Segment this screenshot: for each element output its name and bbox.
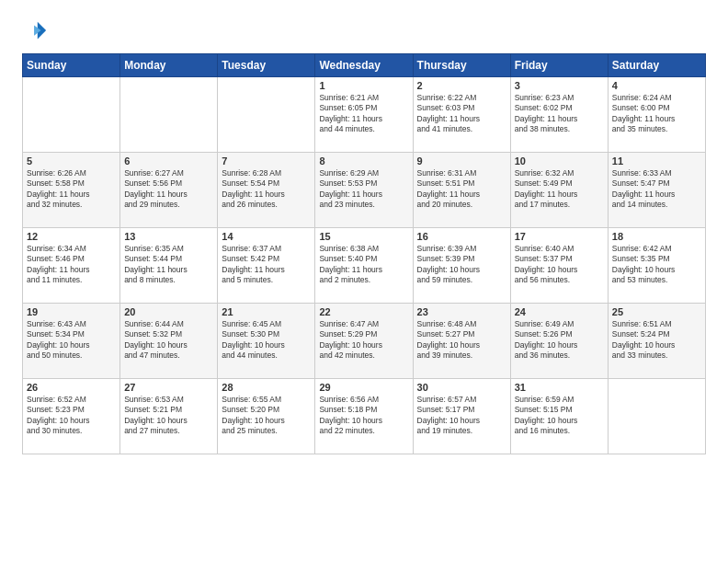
page: SundayMondayTuesdayWednesdayThursdayFrid…: [0, 0, 728, 563]
day-cell: 11Sunrise: 6:33 AM Sunset: 5:47 PM Dayli…: [608, 153, 705, 228]
day-cell: 9Sunrise: 6:31 AM Sunset: 5:51 PM Daylig…: [413, 153, 510, 228]
day-cell: 1Sunrise: 6:21 AM Sunset: 6:05 PM Daylig…: [315, 77, 413, 153]
day-cell: 25Sunrise: 6:51 AM Sunset: 5:24 PM Dayli…: [608, 304, 705, 379]
day-cell: 4Sunrise: 6:24 AM Sunset: 6:00 PM Daylig…: [608, 77, 705, 153]
day-number: 9: [417, 155, 506, 167]
day-cell: 13Sunrise: 6:35 AM Sunset: 5:44 PM Dayli…: [120, 228, 218, 304]
day-info: Sunrise: 6:51 AM Sunset: 5:24 PM Dayligh…: [612, 319, 701, 362]
day-cell: 18Sunrise: 6:42 AM Sunset: 5:35 PM Dayli…: [608, 228, 705, 304]
day-info: Sunrise: 6:32 AM Sunset: 5:49 PM Dayligh…: [515, 168, 604, 211]
day-number: 6: [124, 155, 213, 167]
day-number: 14: [222, 231, 311, 242]
weekday-header-wednesday: Wednesday: [315, 54, 413, 77]
day-cell: 23Sunrise: 6:48 AM Sunset: 5:27 PM Dayli…: [413, 304, 510, 379]
day-cell: 7Sunrise: 6:28 AM Sunset: 5:54 PM Daylig…: [218, 153, 315, 228]
day-cell: 2Sunrise: 6:22 AM Sunset: 6:03 PM Daylig…: [413, 77, 510, 153]
day-number: 25: [612, 306, 701, 317]
day-cell: 19Sunrise: 6:43 AM Sunset: 5:34 PM Dayli…: [23, 304, 120, 379]
day-cell: 22Sunrise: 6:47 AM Sunset: 5:29 PM Dayli…: [315, 304, 413, 379]
day-number: 11: [612, 155, 701, 167]
day-info: Sunrise: 6:42 AM Sunset: 5:35 PM Dayligh…: [612, 244, 701, 286]
day-info: Sunrise: 6:56 AM Sunset: 5:18 PM Dayligh…: [319, 395, 408, 437]
day-info: Sunrise: 6:57 AM Sunset: 5:17 PM Dayligh…: [417, 395, 506, 437]
day-cell: 16Sunrise: 6:39 AM Sunset: 5:39 PM Dayli…: [413, 228, 510, 304]
weekday-header-row: SundayMondayTuesdayWednesdayThursdayFrid…: [23, 54, 706, 77]
day-number: 16: [417, 231, 506, 242]
day-cell: [120, 77, 218, 153]
day-number: 3: [515, 80, 604, 91]
day-cell: [23, 77, 120, 153]
day-cell: 24Sunrise: 6:49 AM Sunset: 5:26 PM Dayli…: [510, 304, 608, 379]
day-info: Sunrise: 6:26 AM Sunset: 5:58 PM Dayligh…: [27, 168, 116, 211]
day-cell: 31Sunrise: 6:59 AM Sunset: 5:15 PM Dayli…: [510, 379, 608, 454]
day-info: Sunrise: 6:43 AM Sunset: 5:34 PM Dayligh…: [27, 319, 116, 362]
day-number: 21: [222, 306, 311, 317]
logo-icon: [22, 18, 48, 44]
day-number: 20: [124, 306, 213, 317]
day-cell: 30Sunrise: 6:57 AM Sunset: 5:17 PM Dayli…: [413, 379, 510, 454]
weekday-header-monday: Monday: [120, 54, 218, 77]
day-number: 1: [319, 80, 408, 91]
weekday-header-thursday: Thursday: [413, 54, 510, 77]
day-number: 7: [222, 155, 311, 167]
day-info: Sunrise: 6:34 AM Sunset: 5:46 PM Dayligh…: [27, 244, 116, 286]
week-row-1: 1Sunrise: 6:21 AM Sunset: 6:05 PM Daylig…: [23, 77, 706, 153]
day-number: 13: [124, 231, 213, 242]
day-number: 28: [222, 382, 311, 393]
day-cell: 5Sunrise: 6:26 AM Sunset: 5:58 PM Daylig…: [23, 153, 120, 228]
day-info: Sunrise: 6:22 AM Sunset: 6:03 PM Dayligh…: [417, 93, 506, 135]
day-number: 10: [515, 155, 604, 167]
day-number: 18: [612, 231, 701, 242]
day-number: 29: [319, 382, 408, 393]
day-info: Sunrise: 6:49 AM Sunset: 5:26 PM Dayligh…: [515, 319, 604, 362]
day-info: Sunrise: 6:28 AM Sunset: 5:54 PM Dayligh…: [222, 168, 311, 211]
day-number: 30: [417, 382, 506, 393]
day-cell: 6Sunrise: 6:27 AM Sunset: 5:56 PM Daylig…: [120, 153, 218, 228]
day-info: Sunrise: 6:47 AM Sunset: 5:29 PM Dayligh…: [319, 319, 408, 362]
day-info: Sunrise: 6:24 AM Sunset: 6:00 PM Dayligh…: [612, 93, 701, 135]
week-row-4: 19Sunrise: 6:43 AM Sunset: 5:34 PM Dayli…: [23, 304, 706, 379]
day-info: Sunrise: 6:55 AM Sunset: 5:20 PM Dayligh…: [222, 395, 311, 437]
day-number: 4: [612, 80, 701, 91]
weekday-header-saturday: Saturday: [608, 54, 705, 77]
day-number: 24: [515, 306, 604, 317]
day-info: Sunrise: 6:38 AM Sunset: 5:40 PM Dayligh…: [319, 244, 408, 286]
day-cell: 15Sunrise: 6:38 AM Sunset: 5:40 PM Dayli…: [315, 228, 413, 304]
day-info: Sunrise: 6:52 AM Sunset: 5:23 PM Dayligh…: [27, 395, 116, 437]
day-info: Sunrise: 6:31 AM Sunset: 5:51 PM Dayligh…: [417, 168, 506, 211]
day-number: 12: [27, 231, 116, 242]
day-number: 31: [515, 382, 604, 393]
day-number: 8: [319, 155, 408, 167]
day-cell: 12Sunrise: 6:34 AM Sunset: 5:46 PM Dayli…: [23, 228, 120, 304]
day-info: Sunrise: 6:44 AM Sunset: 5:32 PM Dayligh…: [124, 319, 213, 362]
day-info: Sunrise: 6:33 AM Sunset: 5:47 PM Dayligh…: [612, 168, 701, 211]
day-info: Sunrise: 6:23 AM Sunset: 6:02 PM Dayligh…: [515, 93, 604, 135]
day-number: 15: [319, 231, 408, 242]
weekday-header-tuesday: Tuesday: [218, 54, 315, 77]
day-info: Sunrise: 6:40 AM Sunset: 5:37 PM Dayligh…: [515, 244, 604, 286]
day-info: Sunrise: 6:48 AM Sunset: 5:27 PM Dayligh…: [417, 319, 506, 362]
day-number: 23: [417, 306, 506, 317]
day-cell: 27Sunrise: 6:53 AM Sunset: 5:21 PM Dayli…: [120, 379, 218, 454]
weekday-header-friday: Friday: [510, 54, 608, 77]
day-info: Sunrise: 6:45 AM Sunset: 5:30 PM Dayligh…: [222, 319, 311, 362]
day-info: Sunrise: 6:21 AM Sunset: 6:05 PM Dayligh…: [319, 93, 408, 135]
day-cell: 17Sunrise: 6:40 AM Sunset: 5:37 PM Dayli…: [510, 228, 608, 304]
header: [22, 18, 706, 44]
week-row-3: 12Sunrise: 6:34 AM Sunset: 5:46 PM Dayli…: [23, 228, 706, 304]
day-cell: 10Sunrise: 6:32 AM Sunset: 5:49 PM Dayli…: [510, 153, 608, 228]
day-cell: 20Sunrise: 6:44 AM Sunset: 5:32 PM Dayli…: [120, 304, 218, 379]
day-number: 5: [27, 155, 116, 167]
day-cell: [218, 77, 315, 153]
day-number: 26: [27, 382, 116, 393]
day-cell: 28Sunrise: 6:55 AM Sunset: 5:20 PM Dayli…: [218, 379, 315, 454]
day-info: Sunrise: 6:35 AM Sunset: 5:44 PM Dayligh…: [124, 244, 213, 286]
day-number: 19: [27, 306, 116, 317]
week-row-5: 26Sunrise: 6:52 AM Sunset: 5:23 PM Dayli…: [23, 379, 706, 454]
day-number: 27: [124, 382, 213, 393]
day-number: 2: [417, 80, 506, 91]
weekday-header-sunday: Sunday: [23, 54, 120, 77]
day-cell: [608, 379, 705, 454]
day-info: Sunrise: 6:53 AM Sunset: 5:21 PM Dayligh…: [124, 395, 213, 437]
day-number: 22: [319, 306, 408, 317]
